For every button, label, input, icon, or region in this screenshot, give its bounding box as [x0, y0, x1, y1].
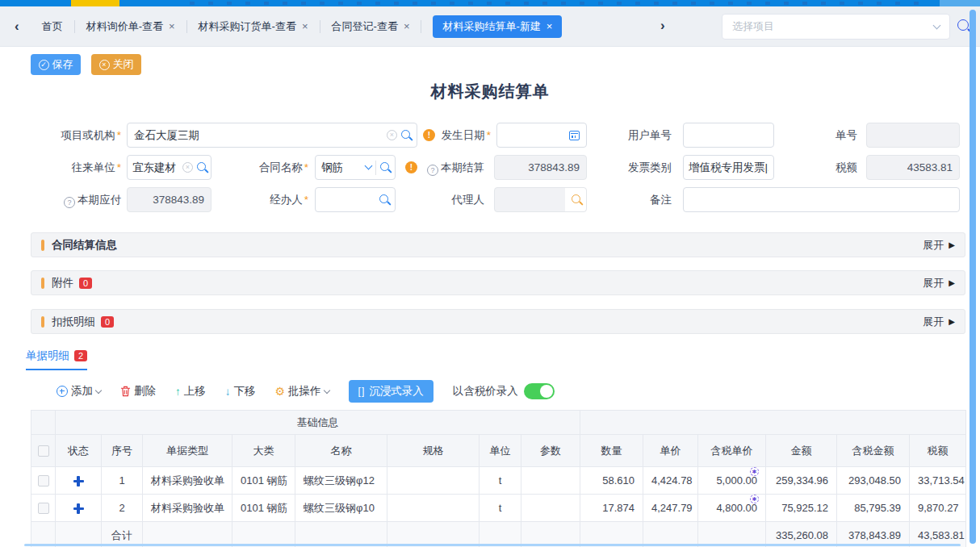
- search-icon[interactable]: [379, 194, 388, 206]
- close-circle-icon: ×: [99, 60, 110, 70]
- occur-date-field[interactable]: [496, 123, 587, 148]
- col-header[interactable]: 大类: [232, 435, 295, 467]
- cell-qty: 17.874: [580, 495, 643, 522]
- col-header[interactable]: 税额: [910, 435, 966, 467]
- invoice-type-field[interactable]: 增值税专用发票|13: [683, 155, 774, 180]
- search-icon[interactable]: [401, 129, 410, 141]
- user-no-label: 用户单号: [605, 123, 672, 148]
- project-select[interactable]: 选择项目: [722, 14, 950, 40]
- col-header[interactable]: 含税金额: [837, 435, 910, 467]
- tax-entry-toggle[interactable]: [524, 383, 555, 399]
- tab-close-icon[interactable]: ×: [169, 20, 175, 32]
- counterparty-label: 往来单位*: [32, 155, 121, 180]
- move-down-button[interactable]: ↓ 下移: [225, 384, 256, 399]
- col-header[interactable]: 数量: [580, 435, 643, 467]
- group-header-empty: [31, 411, 56, 435]
- cell-tax: 33,713.54: [910, 467, 966, 495]
- project-field[interactable]: 金石大厦三期 ×: [127, 123, 417, 148]
- clear-icon[interactable]: ×: [182, 162, 193, 173]
- immersive-entry-button[interactable]: [] 沉浸式录入: [349, 380, 433, 403]
- col-header[interactable]: 单据类型: [143, 435, 232, 467]
- cell-category: 0101 钢筋: [232, 467, 295, 495]
- add-row-button[interactable]: 添加: [57, 384, 101, 399]
- header-select-all: [31, 435, 56, 467]
- contract-select[interactable]: 钢筋: [315, 155, 396, 180]
- user-no-field[interactable]: [683, 123, 774, 148]
- move-up-button[interactable]: ↑ 上移: [175, 384, 206, 399]
- col-header[interactable]: 状态: [56, 435, 102, 467]
- chevron-down-icon[interactable]: [365, 162, 373, 170]
- expand-toggle[interactable]: 展开▶: [923, 238, 955, 253]
- search-segment[interactable]: [565, 188, 586, 211]
- project-label: 项目或机构*: [32, 123, 121, 148]
- section-attachments[interactable]: 附件 0 展开▶: [31, 270, 965, 295]
- col-header[interactable]: 名称: [295, 435, 387, 467]
- cell-price: 4,424.78: [643, 467, 698, 495]
- batch-operation-button[interactable]: ⚙ 批操作: [275, 384, 329, 399]
- tabs-scroll-left-icon[interactable]: ‹: [0, 19, 31, 35]
- cell-seq: 1: [102, 467, 143, 495]
- col-header[interactable]: 含税单价: [698, 435, 766, 467]
- tab-label: 材料采购订货单-查看: [199, 19, 296, 34]
- handler-field[interactable]: [315, 187, 396, 212]
- search-icon[interactable]: [197, 161, 206, 173]
- tab-separator: [421, 20, 421, 33]
- tabs-scroll-right-icon[interactable]: ›: [660, 18, 665, 34]
- cell-tax: 9,870.27: [910, 495, 966, 522]
- tab-material-inquiry[interactable]: 材料询价单-查看 ×: [75, 6, 186, 47]
- row-add-plus-icon[interactable]: [73, 503, 84, 514]
- expand-arrow-icon: ▶: [949, 240, 955, 249]
- current-payable-label: ?本期应付: [32, 187, 121, 212]
- global-search-icon[interactable]: [957, 19, 969, 34]
- delete-row-button[interactable]: 删除: [120, 384, 156, 399]
- cell-spec: [387, 467, 480, 495]
- tab-purchase-order[interactable]: 材料采购订货单-查看 ×: [187, 6, 320, 47]
- contract-label: 合同名称*: [234, 155, 308, 180]
- row-add-plus-icon[interactable]: [73, 476, 84, 486]
- col-header[interactable]: 金额: [766, 435, 837, 467]
- row-checkbox[interactable]: [38, 503, 49, 514]
- cell-tax-price[interactable]: ✱ 4,800.00: [698, 495, 766, 522]
- tab-detail-lines[interactable]: 单据明细 2: [26, 349, 87, 370]
- section-contract-settlement[interactable]: 合同结算信息 展开▶: [31, 232, 965, 257]
- tab-close-icon[interactable]: ×: [302, 20, 308, 32]
- tab-close-icon[interactable]: ×: [547, 20, 553, 32]
- counterparty-field[interactable]: 宜东建材 ×: [127, 155, 211, 180]
- cell-tax-amount: 293,048.50: [837, 467, 910, 495]
- close-button[interactable]: × 关闭: [91, 54, 141, 75]
- current-settle-label: ?本期结算: [420, 155, 484, 180]
- section-deduction-detail[interactable]: 扣抵明细 0 展开▶: [31, 309, 965, 334]
- expand-toggle[interactable]: 展开▶: [923, 315, 955, 329]
- search-icon[interactable]: [380, 161, 389, 173]
- save-button[interactable]: ✓ 保存: [31, 54, 81, 75]
- tab-label: 材料询价单-查看: [86, 19, 163, 34]
- col-header[interactable]: 规格: [387, 435, 480, 467]
- tab-home[interactable]: 首页: [31, 6, 74, 47]
- calendar-icon[interactable]: [569, 131, 580, 140]
- chevron-down-icon: [933, 21, 941, 29]
- search-icon[interactable]: [572, 194, 580, 206]
- col-header[interactable]: 单位: [480, 435, 521, 467]
- tax-field: 43583.81: [866, 155, 960, 180]
- remark-field[interactable]: [683, 187, 960, 212]
- expand-toggle[interactable]: 展开▶: [923, 276, 955, 290]
- arrow-down-icon: ↓: [225, 386, 231, 398]
- tab-settlement-new-active[interactable]: 材料采购结算单-新建 ×: [433, 15, 562, 38]
- row-checkbox[interactable]: [38, 475, 49, 486]
- cell-name: 螺纹三级钢φ12: [295, 467, 387, 495]
- tab-contract-register[interactable]: 合同登记-查看 ×: [320, 6, 421, 47]
- arrow-up-icon: ↑: [175, 386, 181, 398]
- horizontal-scrollbar[interactable]: [24, 544, 961, 546]
- tab-close-icon[interactable]: ×: [404, 20, 410, 32]
- col-header[interactable]: 单价: [643, 435, 698, 467]
- gear-icon: ⚙: [275, 385, 286, 398]
- expand-arrow-icon: ▶: [949, 278, 955, 287]
- col-header[interactable]: 序号: [102, 435, 143, 467]
- select-all-checkbox[interactable]: [38, 445, 49, 457]
- cell-name: 螺纹三级钢φ10: [295, 495, 387, 522]
- col-header[interactable]: 参数: [521, 435, 580, 467]
- clear-icon[interactable]: ×: [387, 130, 397, 140]
- cell-tax-price[interactable]: ✱ 5,000.00: [698, 467, 766, 495]
- trash-icon: [120, 386, 131, 397]
- vertical-scrollbar[interactable]: [970, 10, 976, 544]
